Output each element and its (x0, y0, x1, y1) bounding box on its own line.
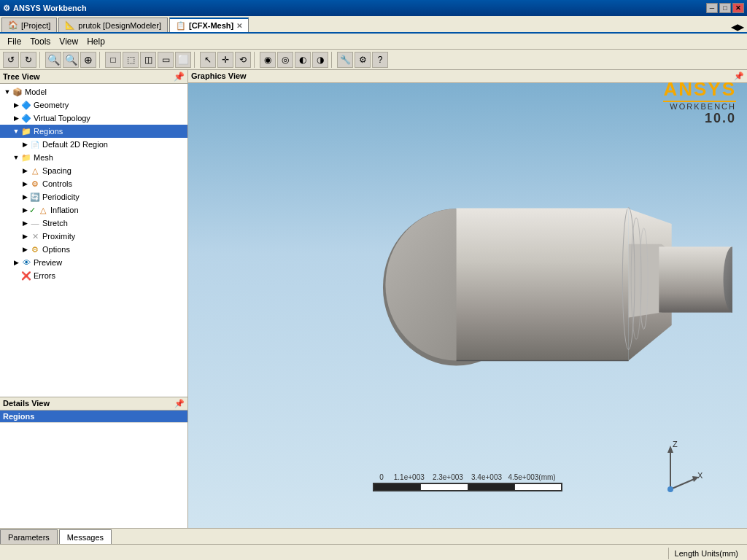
inflation-icon: △ (37, 204, 49, 216)
toolbar-select2[interactable]: ⬚ (123, 52, 139, 68)
expand-preview[interactable]: ▶ (12, 258, 20, 267)
tree-view-title: Tree View (3, 72, 40, 81)
tree-item-spacing[interactable]: ▶ △ Spacing (0, 164, 187, 177)
preview-label: Preview (34, 258, 62, 267)
controls-label: Controls (42, 179, 72, 188)
toolbar-settings[interactable]: ⚙ (355, 52, 371, 68)
default2d-label: Default 2D Region (42, 140, 108, 149)
x-axis-line (670, 478, 696, 489)
expand-inflation[interactable]: ▶ (20, 206, 29, 214)
proximity-icon: ✕ (29, 230, 41, 242)
tree-view-pin[interactable]: 📌 (174, 71, 185, 82)
tree-item-controls[interactable]: ▶ ⚙ Controls (0, 177, 187, 190)
tab-project[interactable]: 🏠 [Project] (1, 18, 57, 32)
tree-item-regions[interactable]: ▼ 📁 Regions (0, 125, 187, 138)
stretch-icon: — (29, 217, 41, 229)
periodicity-label: Periodicity (42, 192, 80, 201)
toolbar-vol-sel[interactable]: ◐ (295, 52, 311, 68)
title-bar: ⚙ ANSYS Workbench ─ □ ✕ (0, 0, 747, 16)
toolbar-select5[interactable]: ⬜ (175, 52, 191, 68)
tree-item-geometry[interactable]: ▶ 🔷 Geometry (0, 98, 187, 112)
tab-designmodeler-label: prutok [DesignModeler] (78, 21, 161, 30)
tree-item-default2d[interactable]: ▶ 📄 Default 2D Region (0, 138, 187, 151)
menu-tools[interactable]: Tools (26, 35, 55, 48)
main-content: Tree View 📌 ▼ 📦 Model ▶ 🔷 Geometry (0, 70, 747, 528)
expand-geometry[interactable]: ▶ (12, 101, 20, 109)
coord-origin-dot (667, 486, 673, 492)
toolbar-redo[interactable]: ↻ (20, 52, 36, 68)
toolbar-select4[interactable]: ▭ (158, 52, 174, 68)
toolbar-mesh-ops[interactable]: 🔧 (337, 52, 353, 68)
tab-cfx-close[interactable]: ✕ (236, 22, 242, 30)
tree-content: ▼ 📦 Model ▶ 🔷 Geometry ▶ 🔷 Virtual Topo (0, 84, 187, 284)
toolbar-sep5 (331, 52, 334, 68)
toolbar-help[interactable]: ? (372, 52, 388, 68)
expand-spacing[interactable]: ▶ (20, 166, 29, 175)
expand-vtopo[interactable]: ▶ (12, 114, 20, 122)
rod-body (659, 246, 732, 312)
scale-bar-label: 0 1.1e+003 2.3e+003 3.4e+003 4.5e+003(mm… (373, 473, 562, 481)
tab-cfx-label: [CFX-Mesh] (189, 21, 233, 30)
toolbar-face-sel[interactable]: ◉ (260, 52, 276, 68)
scale-seg-4 (514, 484, 561, 490)
tree-item-virtual-topology[interactable]: ▶ 🔷 Virtual Topology (0, 112, 187, 125)
expand-options[interactable]: ▶ (20, 245, 29, 254)
errors-icon: ❌ (20, 270, 32, 281)
tree-item-mesh[interactable]: ▼ 📁 Mesh (0, 151, 187, 164)
toolbar-zoom-fit[interactable]: ⊕ (80, 52, 96, 68)
tree-item-options[interactable]: ▶ ⚙ Options (0, 243, 187, 256)
controls-icon: ⚙ (29, 178, 41, 190)
expand-default2d[interactable]: ▶ (20, 140, 29, 149)
preview-icon: 👁 (20, 257, 32, 268)
graphics-view[interactable]: Graphics View 📌 ANSYS WORKBENCH 10.0 (188, 70, 747, 528)
toolbar-pan[interactable]: ✛ (217, 52, 233, 68)
expand-controls[interactable]: ▶ (20, 179, 29, 188)
geometry-label: Geometry (34, 101, 69, 109)
tab-cfx-mesh[interactable]: 📋 [CFX-Mesh] ✕ (169, 18, 249, 32)
tab-nav-prev[interactable]: ◀ (731, 22, 738, 32)
toolbar-select1[interactable]: □ (105, 52, 121, 68)
menu-help[interactable]: Help (82, 35, 109, 48)
details-view-title: Details View (3, 399, 50, 408)
tab-parameters[interactable]: Parameters (0, 529, 58, 544)
menu-file[interactable]: File (3, 35, 26, 48)
expand-proximity[interactable]: ▶ (20, 232, 29, 241)
tree-item-stretch[interactable]: ▶ — Stretch (0, 217, 187, 230)
toolbar-edge-sel[interactable]: ◎ (277, 52, 293, 68)
maximize-button[interactable]: □ (719, 3, 731, 13)
status-bar: Length Units(mm) (0, 544, 747, 560)
expand-model[interactable]: ▼ (3, 88, 12, 96)
toolbar-zoom-in[interactable]: 🔍 (45, 52, 61, 68)
tree-item-errors[interactable]: ▶ ❌ Errors (0, 269, 187, 282)
z-axis-label: Z (673, 440, 678, 448)
toolbar-zoom-out[interactable]: 🔍 (63, 52, 79, 68)
scale-bar-ruler (373, 483, 562, 491)
tree-item-model[interactable]: ▼ 📦 Model (0, 85, 187, 98)
toolbar-body-sel[interactable]: ◑ (312, 52, 328, 68)
minimize-button[interactable]: ─ (706, 3, 718, 13)
expand-stretch[interactable]: ▶ (20, 219, 29, 228)
details-view-pin[interactable]: 📌 (174, 399, 185, 408)
close-button[interactable]: ✕ (732, 3, 744, 13)
toolbar-select3[interactable]: ◫ (140, 52, 156, 68)
expand-periodicity[interactable]: ▶ (20, 192, 29, 201)
tab-messages[interactable]: Messages (59, 529, 112, 544)
tree-item-proximity[interactable]: ▶ ✕ Proximity (0, 230, 187, 243)
tab-designmodeler-icon: 📐 (65, 20, 75, 30)
expand-mesh[interactable]: ▼ (12, 153, 20, 162)
tab-designmodeler[interactable]: 📐 prutok [DesignModeler] (58, 18, 168, 32)
inflation-label: Inflation (50, 206, 79, 214)
toolbar-refresh[interactable]: ↺ (3, 52, 19, 68)
tree-item-periodicity[interactable]: ▶ 🔄 Periodicity (0, 190, 187, 203)
toolbar-rotate[interactable]: ⟲ (235, 52, 251, 68)
bottom-tabs: Parameters Messages (0, 528, 747, 544)
tree-item-preview[interactable]: ▶ 👁 Preview (0, 256, 187, 269)
tab-nav-next[interactable]: ▶ (738, 22, 744, 32)
default2d-icon: 📄 (29, 139, 41, 150)
expand-regions[interactable]: ▼ (12, 127, 20, 136)
tree-item-inflation[interactable]: ▶ ✓ △ Inflation (0, 203, 187, 217)
options-label: Options (42, 245, 70, 254)
mesh-icon: 📁 (20, 152, 32, 163)
toolbar-cursor[interactable]: ↖ (200, 52, 216, 68)
menu-view[interactable]: View (55, 35, 82, 48)
